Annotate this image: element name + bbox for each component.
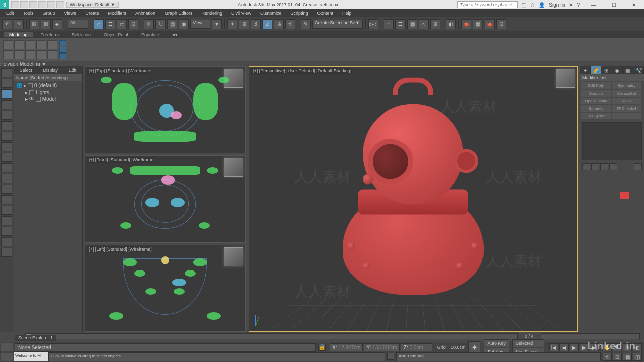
viewport-persp-label[interactable]: [+] [Perspective] [User Defined] [Defaul… (251, 68, 353, 74)
poly-tool-10[interactable] (47, 50, 57, 59)
named-sel-edit-button[interactable]: ✎ (301, 19, 311, 29)
layer-explorer-button[interactable]: ☰ (395, 19, 406, 29)
lt-6[interactable] (1, 121, 12, 130)
lt-16[interactable] (1, 227, 12, 236)
qat-redo-icon[interactable] (47, 1, 55, 8)
play-icon[interactable]: ▶ (570, 343, 579, 351)
tab-motion-icon[interactable]: ◉ (612, 66, 623, 74)
se-edit[interactable]: Edit (69, 68, 77, 73)
menu-graph-editors[interactable]: Graph Editors (160, 11, 197, 16)
qat-save-icon[interactable] (29, 1, 37, 8)
undo-button[interactable]: ↶ (2, 19, 12, 29)
mod-ffd[interactable]: FFD 4x4x4 (612, 105, 641, 112)
mod-edit-spline[interactable]: Edit Spline (581, 113, 611, 119)
schematic-view-button[interactable]: ⊞ (430, 19, 440, 29)
lt-17[interactable] (1, 237, 12, 246)
menu-rendering[interactable]: Rendering (198, 11, 227, 16)
subscription-icon[interactable]: ⬚ (522, 2, 526, 8)
lt-2[interactable] (1, 79, 12, 88)
goto-start-icon[interactable]: |◀ (549, 343, 558, 351)
ribbon-toggle-icon[interactable]: ●▾ (168, 32, 183, 37)
menu-scripting[interactable]: Scripting (286, 11, 312, 16)
poly-tool-6[interactable] (3, 50, 13, 59)
mod-creaseset[interactable]: CreaseSet (612, 90, 641, 97)
keyboard-shortcut-button[interactable]: ⊞ (239, 19, 249, 29)
select-region-rect-button[interactable]: ▭ (117, 19, 127, 29)
modifier-stack[interactable] (582, 122, 642, 160)
mirror-button[interactable]: ▷◁ (368, 19, 378, 29)
pivot-button[interactable]: ▼ (212, 19, 222, 29)
lt-9[interactable] (1, 153, 12, 162)
auto-key-button[interactable]: Auto Key (484, 339, 509, 347)
mod-opensubdiv[interactable]: OpenSubdiv (581, 98, 611, 104)
unlink-button[interactable]: ⛓ (41, 19, 51, 29)
prev-frame-icon[interactable]: ◀ (559, 343, 569, 351)
close-button[interactable]: ✕ (624, 0, 644, 9)
qat-project-icon[interactable] (56, 1, 64, 8)
stack-pin-icon[interactable] (582, 163, 590, 170)
modifier-list-label[interactable]: Modifier List (580, 74, 644, 81)
qat-open-icon[interactable] (20, 1, 28, 8)
coord-y[interactable]: Y:133.746cm (364, 343, 399, 351)
scale-button[interactable]: ▤ (167, 19, 177, 29)
maxscript-mini-icon[interactable] (1, 343, 13, 351)
stack-remove-icon[interactable] (609, 163, 617, 170)
lt-4[interactable] (1, 100, 12, 109)
ribbon-expand-handle[interactable] (59, 40, 66, 59)
viewport-perspective[interactable]: [+] [Perspective] [User Defined] [Defaul… (249, 66, 578, 332)
time-tag[interactable]: Add Time Tag (396, 352, 601, 361)
workspace-selector[interactable]: Workspace: Default ▼ (66, 2, 119, 8)
viewcube-persp[interactable] (556, 69, 575, 88)
select-object-button[interactable]: ▱ (94, 19, 104, 29)
lt-13[interactable] (1, 195, 12, 204)
comm-center-icon[interactable] (387, 353, 394, 360)
stack-config-icon[interactable] (634, 163, 642, 170)
nav-zoom-extents-icon[interactable]: ▦ (623, 353, 632, 361)
se-close-icon[interactable]: ✕ (639, 67, 643, 72)
lt-5[interactable] (1, 111, 12, 120)
curve-editor-button[interactable]: ∿ (419, 19, 429, 29)
toggle-ribbon-button[interactable]: ▦ (407, 19, 417, 29)
viewport-left[interactable]: [+] [Left] [Standard] [Wireframe] (85, 245, 246, 332)
select-name-button[interactable]: ☰ (105, 19, 115, 29)
app-icon[interactable]: 3 (0, 0, 9, 9)
ref-coord-system[interactable]: View (190, 20, 210, 29)
se-select[interactable]: Select (20, 68, 32, 73)
key-mode-selector[interactable]: Selected (512, 339, 544, 347)
poly-tool-7[interactable] (14, 50, 24, 59)
viewport-top[interactable]: [+] [Top] [Standard] [Wireframe] (85, 66, 246, 153)
scene-explorer-header[interactable]: Name (Sorted Ascending) (14, 74, 82, 81)
tree-node-model[interactable]: ▸ 👁Model (16, 96, 80, 102)
menu-edit[interactable]: Edit (2, 11, 18, 16)
menu-group[interactable]: Group (39, 11, 59, 16)
menu-views[interactable]: Views (60, 11, 80, 16)
coord-z[interactable]: Z:0.0cm (401, 343, 432, 351)
help-icon[interactable]: ? (577, 2, 580, 8)
viewport-front[interactable]: [+] [Front] [Standard] [Wireframe] (85, 155, 246, 242)
stack-show-icon[interactable] (591, 163, 599, 170)
help-search-input[interactable] (457, 1, 518, 8)
ribbon-tab-freeform[interactable]: Freeform (36, 32, 64, 37)
poly-tool-3[interactable] (25, 40, 35, 49)
manipulate-button[interactable]: ✦ (227, 19, 237, 29)
material-editor-button[interactable]: ◐ (446, 19, 456, 29)
ribbon-tab-selection[interactable]: Selection (67, 32, 96, 37)
lt-14[interactable] (1, 206, 12, 215)
percent-snap-button[interactable]: % (274, 19, 284, 29)
mod-symmetry[interactable]: Symmetry (612, 82, 641, 89)
time-slider[interactable] (25, 333, 518, 339)
ribbon-tab-populate[interactable]: Populate (136, 32, 165, 37)
poly-tool-8[interactable] (25, 50, 35, 59)
se-display[interactable]: Display (43, 68, 58, 73)
lt-11[interactable] (1, 174, 12, 183)
render-setup-button[interactable]: 🫖 (461, 19, 471, 29)
maximize-button[interactable]: ☐ (604, 0, 624, 9)
snap-toggle-button[interactable]: 3 (251, 19, 261, 29)
menu-create[interactable]: Create (81, 11, 103, 16)
mod-smooth[interactable]: Smooth (581, 90, 611, 97)
placement-button[interactable]: ◉ (179, 19, 189, 29)
menu-modifiers[interactable]: Modifiers (104, 11, 130, 16)
bind-button[interactable]: ◈ (52, 19, 62, 29)
ribbon-tab-modeling[interactable]: Modeling (4, 32, 33, 37)
poly-tool-2[interactable] (14, 40, 24, 49)
